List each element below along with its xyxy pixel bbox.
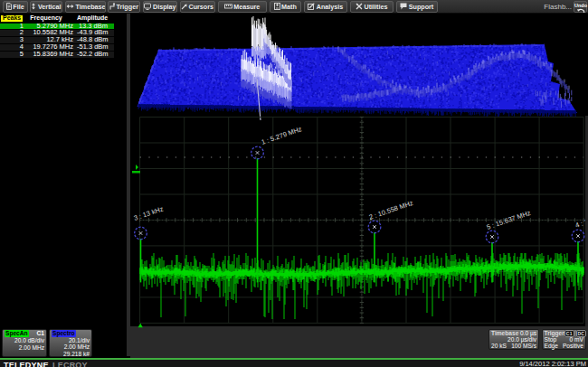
svg-text:2 : 10.558 MHz: 2 : 10.558 MHz [368,199,414,221]
